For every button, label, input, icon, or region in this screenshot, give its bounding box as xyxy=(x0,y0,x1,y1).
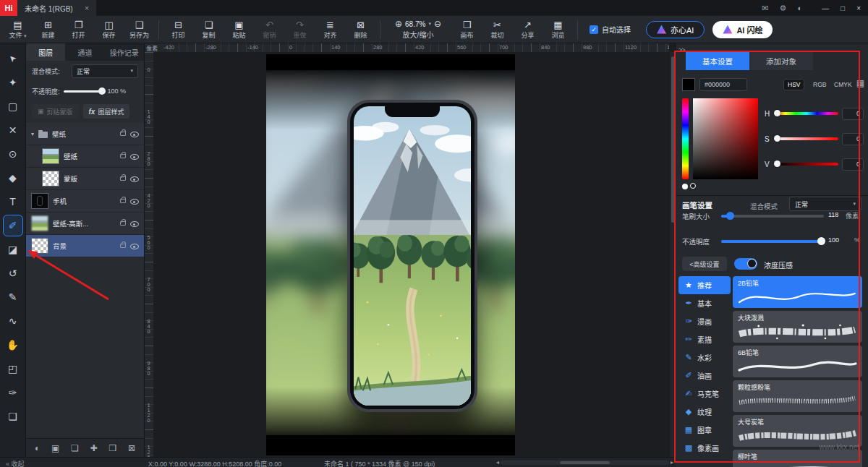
s-slider-knob[interactable] xyxy=(774,135,780,142)
delete-button[interactable]: ⊠删除 xyxy=(346,20,375,40)
color-mode-rgb[interactable]: RGB xyxy=(809,79,830,90)
crop-tool[interactable]: ◰ xyxy=(3,358,23,380)
zoom-control[interactable]: ⊕ 68.7% ▾ ⊖ 放大/缩小 xyxy=(385,19,451,40)
horizontal-scroll-thumb[interactable] xyxy=(560,461,610,464)
s-slider[interactable] xyxy=(775,137,838,140)
file-menu-button[interactable]: ▤ 文件 ▾ xyxy=(3,20,33,40)
eye-icon[interactable] xyxy=(130,152,139,160)
brush-category-oil[interactable]: ✐油画 xyxy=(678,367,731,385)
redo-button[interactable]: ↷重做 xyxy=(285,20,315,40)
group-expand-icon[interactable]: ▾ xyxy=(31,131,34,137)
print-button[interactable]: ⊟打印 xyxy=(163,20,193,40)
document-tab[interactable]: 未命名 1(RGB) × xyxy=(17,0,96,16)
duplicate-icon[interactable]: ❏ xyxy=(71,443,79,453)
scroll-left-icon[interactable]: ◂ xyxy=(496,459,499,466)
canvas-button[interactable]: ❒画布 xyxy=(452,20,482,40)
foreground-color-circle[interactable] xyxy=(682,184,688,189)
hex-color-input[interactable]: #000000 xyxy=(699,78,747,91)
copy-button[interactable]: ❏复制 xyxy=(194,20,224,40)
lock-icon[interactable] xyxy=(120,244,126,248)
marquee-tool[interactable]: ▢ xyxy=(3,95,23,117)
brush-category-sketch[interactable]: ✏素描 xyxy=(678,330,731,348)
h-slider[interactable] xyxy=(775,112,838,115)
saturation-value-box[interactable] xyxy=(693,98,758,179)
h-value-input[interactable]: 0 xyxy=(842,108,864,120)
collapse-panel-button[interactable]: « 收起 xyxy=(6,459,25,467)
theme-icon[interactable]: ◐ xyxy=(797,4,802,12)
color-mode-hsv[interactable]: HSV xyxy=(783,79,804,90)
tab-basic-settings[interactable]: 基本设置 xyxy=(686,52,749,70)
brush-category-recommended[interactable]: ★推荐 xyxy=(678,276,731,294)
brush-category-basic[interactable]: ✒基本 xyxy=(678,294,731,312)
move-tool[interactable]: ➤ xyxy=(3,48,23,69)
auto-select-checkbox[interactable]: ✓ 自动选择 xyxy=(590,24,631,35)
brush-category-pixel[interactable]: ▩像素画 xyxy=(678,439,731,457)
layers-tool[interactable]: ❏ xyxy=(3,406,23,427)
yixin-ai-button[interactable]: 亦心AI xyxy=(646,21,705,38)
magic-wand-tool[interactable]: ✦ xyxy=(3,72,23,93)
layer-row-group-wallpaper[interactable]: ▾ 壁纸 xyxy=(26,123,144,145)
app-logo[interactable]: Hi xyxy=(0,0,17,16)
canvas-viewport[interactable] xyxy=(153,52,669,457)
zoom-level-value[interactable]: 68.7% xyxy=(405,20,425,28)
brush-card-splash[interactable]: 大块泼溅 xyxy=(733,311,862,343)
lock-icon[interactable] xyxy=(120,176,126,181)
layer-row-phone[interactable]: 手机 xyxy=(26,190,144,213)
brush-opacity-value[interactable]: 100 xyxy=(828,236,839,244)
eye-icon[interactable] xyxy=(130,241,139,250)
close-button[interactable]: × xyxy=(856,4,861,12)
clone-stamp-tool[interactable]: ↺ xyxy=(3,262,23,284)
minimize-button[interactable]: — xyxy=(822,4,829,12)
brush-opacity-slider[interactable] xyxy=(721,240,824,243)
settings-gear-icon[interactable]: ⚙ xyxy=(780,4,787,13)
background-color-circle[interactable] xyxy=(690,183,696,189)
adjustment-icon[interactable]: ◐ xyxy=(35,443,40,453)
brush-size-slider[interactable] xyxy=(721,215,824,218)
palette-grid-icon[interactable]: ▦ xyxy=(856,78,864,88)
smudge-tool[interactable]: ✑ xyxy=(3,382,23,403)
tab-channels[interactable]: 通道 xyxy=(65,43,104,61)
fill-tool[interactable]: ◆ xyxy=(3,167,23,189)
zoom-out-icon[interactable]: ⊖ xyxy=(434,19,441,29)
crop-button[interactable]: ✂裁切 xyxy=(482,20,512,40)
mask-icon[interactable]: ▣ xyxy=(51,443,59,453)
brush-size-knob[interactable] xyxy=(726,212,734,220)
layer-opacity-slider[interactable] xyxy=(64,90,104,93)
align-button[interactable]: ≣对齐 xyxy=(315,20,345,40)
clip-mask-button[interactable]: ▣ 剪贴蒙版 xyxy=(32,104,79,119)
tab-add-object[interactable]: 添加对象 xyxy=(749,52,813,70)
tab-close-icon[interactable]: × xyxy=(85,4,89,12)
brush-card-2b-pencil[interactable]: 2B铅笔 xyxy=(733,276,862,308)
layer-row-gaussian[interactable]: 壁纸-高斯... xyxy=(26,213,144,235)
brush-size-value[interactable]: 118 xyxy=(828,211,838,218)
paste-button[interactable]: ▣粘贴 xyxy=(224,20,254,40)
eye-icon[interactable] xyxy=(130,129,139,138)
brush-card-willow[interactable]: 柳叶笔 xyxy=(733,450,862,467)
blend-mode-select[interactable]: 正常 ▾ xyxy=(72,64,138,78)
pen-tool[interactable]: ✎ xyxy=(3,286,23,308)
vertical-scroll-thumb[interactable] xyxy=(671,56,675,223)
lock-icon[interactable] xyxy=(120,132,126,136)
eye-icon[interactable] xyxy=(130,219,139,228)
layer-row-background[interactable]: 背景 xyxy=(26,235,144,257)
brush-blend-select[interactable]: 正常 ▾ xyxy=(789,197,861,211)
tab-history[interactable]: 操作记录 xyxy=(105,43,144,61)
vertical-scrollbar[interactable] xyxy=(670,52,676,457)
new-doc-button[interactable]: ⊞新建 xyxy=(33,20,63,40)
s-value-input[interactable]: 0 xyxy=(842,133,864,145)
curve-tool[interactable]: ∿ xyxy=(3,310,23,332)
panel-expand-button[interactable]: >> xyxy=(678,46,685,53)
artboard[interactable] xyxy=(266,54,515,455)
add-layer-icon[interactable]: ✚ xyxy=(90,443,98,453)
v-value-input[interactable]: 0 xyxy=(842,158,864,171)
layer-row-wallpaper[interactable]: 壁纸 xyxy=(26,145,144,168)
canvas-area[interactable]: -420 -280 -140 0 140 280 420 560 700 840… xyxy=(145,43,676,457)
hue-bar[interactable] xyxy=(682,98,689,179)
scroll-right-icon[interactable]: ▸ xyxy=(671,459,673,466)
brush-category-watercolor[interactable]: ✎水彩 xyxy=(678,348,731,367)
h-slider-knob[interactable] xyxy=(774,110,780,116)
maximize-button[interactable]: □ xyxy=(841,4,845,12)
hand-tool[interactable]: ✋ xyxy=(3,334,23,356)
brush-category-marker[interactable]: ✍马克笔 xyxy=(678,385,731,403)
open-button[interactable]: ❐打开 xyxy=(64,20,93,40)
